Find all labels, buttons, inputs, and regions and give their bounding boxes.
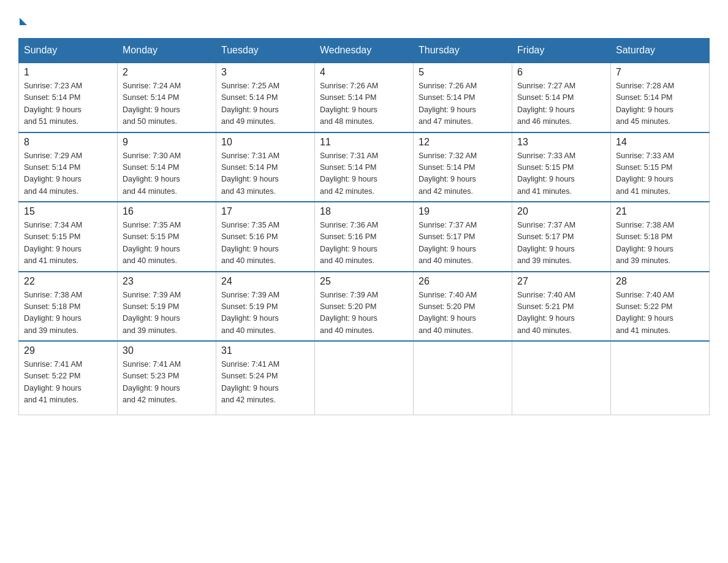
calendar-cell: 7 Sunrise: 7:28 AM Sunset: 5:14 PM Dayli…: [611, 63, 710, 132]
day-info: Sunrise: 7:36 AM Sunset: 5:16 PM Dayligh…: [320, 220, 408, 267]
day-number: 23: [123, 276, 211, 287]
weekday-header-wednesday: Wednesday: [315, 39, 414, 63]
calendar-cell: 1 Sunrise: 7:23 AM Sunset: 5:14 PM Dayli…: [19, 63, 118, 132]
day-info: Sunrise: 7:24 AM Sunset: 5:14 PM Dayligh…: [123, 80, 211, 128]
calendar-cell: 18 Sunrise: 7:36 AM Sunset: 5:16 PM Dayl…: [315, 202, 414, 272]
day-number: 22: [24, 276, 112, 287]
day-info: Sunrise: 7:41 AM Sunset: 5:24 PM Dayligh…: [221, 359, 309, 407]
day-number: 15: [24, 206, 112, 217]
calendar-cell: 22 Sunrise: 7:38 AM Sunset: 5:18 PM Dayl…: [19, 272, 118, 342]
calendar-cell: [512, 341, 611, 415]
calendar-week-row: 22 Sunrise: 7:38 AM Sunset: 5:18 PM Dayl…: [19, 272, 710, 342]
day-info: Sunrise: 7:35 AM Sunset: 5:16 PM Dayligh…: [221, 220, 309, 267]
calendar-cell: 8 Sunrise: 7:29 AM Sunset: 5:14 PM Dayli…: [19, 132, 118, 202]
day-number: 16: [123, 206, 211, 217]
calendar-cell: [315, 341, 414, 415]
calendar-cell: 13 Sunrise: 7:33 AM Sunset: 5:15 PM Dayl…: [512, 132, 611, 202]
calendar-cell: 4 Sunrise: 7:26 AM Sunset: 5:14 PM Dayli…: [315, 63, 414, 132]
calendar-cell: 2 Sunrise: 7:24 AM Sunset: 5:14 PM Dayli…: [118, 63, 216, 132]
day-info: Sunrise: 7:37 AM Sunset: 5:17 PM Dayligh…: [517, 220, 605, 267]
weekday-header-friday: Friday: [512, 39, 611, 63]
day-number: 3: [221, 67, 309, 78]
day-number: 21: [616, 206, 704, 217]
day-info: Sunrise: 7:30 AM Sunset: 5:14 PM Dayligh…: [123, 150, 211, 198]
day-info: Sunrise: 7:33 AM Sunset: 5:15 PM Dayligh…: [616, 150, 704, 198]
day-info: Sunrise: 7:40 AM Sunset: 5:21 PM Dayligh…: [517, 289, 605, 337]
calendar-cell: 23 Sunrise: 7:39 AM Sunset: 5:19 PM Dayl…: [118, 272, 216, 342]
calendar-week-row: 8 Sunrise: 7:29 AM Sunset: 5:14 PM Dayli…: [19, 132, 710, 202]
weekday-header-thursday: Thursday: [414, 39, 512, 63]
calendar-cell: 24 Sunrise: 7:39 AM Sunset: 5:19 PM Dayl…: [216, 272, 315, 342]
day-number: 14: [616, 137, 704, 148]
page-header: [18, 12, 710, 28]
day-number: 5: [419, 67, 507, 78]
day-info: Sunrise: 7:27 AM Sunset: 5:14 PM Dayligh…: [517, 80, 605, 128]
calendar-cell: 29 Sunrise: 7:41 AM Sunset: 5:22 PM Dayl…: [19, 341, 118, 415]
day-info: Sunrise: 7:38 AM Sunset: 5:18 PM Dayligh…: [24, 289, 112, 337]
calendar-week-row: 1 Sunrise: 7:23 AM Sunset: 5:14 PM Dayli…: [19, 63, 710, 132]
day-number: 13: [517, 137, 605, 148]
day-number: 24: [221, 276, 309, 287]
day-info: Sunrise: 7:40 AM Sunset: 5:22 PM Dayligh…: [616, 289, 704, 337]
day-number: 27: [517, 276, 605, 287]
day-info: Sunrise: 7:37 AM Sunset: 5:17 PM Dayligh…: [419, 220, 507, 267]
logo-arrow-icon: [20, 18, 27, 25]
day-number: 10: [221, 137, 309, 148]
day-number: 25: [320, 276, 408, 287]
calendar-week-row: 29 Sunrise: 7:41 AM Sunset: 5:22 PM Dayl…: [19, 341, 710, 415]
day-number: 7: [616, 67, 704, 78]
calendar-table: SundayMondayTuesdayWednesdayThursdayFrid…: [18, 38, 710, 415]
calendar-cell: 21 Sunrise: 7:38 AM Sunset: 5:18 PM Dayl…: [611, 202, 710, 272]
calendar-cell: 28 Sunrise: 7:40 AM Sunset: 5:22 PM Dayl…: [611, 272, 710, 342]
calendar-cell: 11 Sunrise: 7:31 AM Sunset: 5:14 PM Dayl…: [315, 132, 414, 202]
day-info: Sunrise: 7:39 AM Sunset: 5:20 PM Dayligh…: [320, 289, 408, 337]
calendar-week-row: 15 Sunrise: 7:34 AM Sunset: 5:15 PM Dayl…: [19, 202, 710, 272]
weekday-header-sunday: Sunday: [19, 39, 118, 63]
day-info: Sunrise: 7:41 AM Sunset: 5:22 PM Dayligh…: [24, 359, 112, 407]
day-number: 9: [123, 137, 211, 148]
day-info: Sunrise: 7:40 AM Sunset: 5:20 PM Dayligh…: [419, 289, 507, 337]
day-number: 4: [320, 67, 408, 78]
day-info: Sunrise: 7:39 AM Sunset: 5:19 PM Dayligh…: [123, 289, 211, 337]
day-number: 12: [419, 137, 507, 148]
weekday-header-saturday: Saturday: [611, 39, 710, 63]
calendar-cell: 20 Sunrise: 7:37 AM Sunset: 5:17 PM Dayl…: [512, 202, 611, 272]
calendar-cell: 3 Sunrise: 7:25 AM Sunset: 5:14 PM Dayli…: [216, 63, 315, 132]
weekday-header-row: SundayMondayTuesdayWednesdayThursdayFrid…: [19, 39, 710, 63]
day-info: Sunrise: 7:39 AM Sunset: 5:19 PM Dayligh…: [221, 289, 309, 337]
day-number: 28: [616, 276, 704, 287]
day-number: 30: [123, 345, 211, 356]
day-number: 11: [320, 137, 408, 148]
calendar-cell: 27 Sunrise: 7:40 AM Sunset: 5:21 PM Dayl…: [512, 272, 611, 342]
calendar-cell: 12 Sunrise: 7:32 AM Sunset: 5:14 PM Dayl…: [414, 132, 512, 202]
day-info: Sunrise: 7:41 AM Sunset: 5:23 PM Dayligh…: [123, 359, 211, 407]
calendar-cell: 31 Sunrise: 7:41 AM Sunset: 5:24 PM Dayl…: [216, 341, 315, 415]
calendar-cell: 30 Sunrise: 7:41 AM Sunset: 5:23 PM Dayl…: [118, 341, 216, 415]
calendar-cell: 15 Sunrise: 7:34 AM Sunset: 5:15 PM Dayl…: [19, 202, 118, 272]
day-info: Sunrise: 7:31 AM Sunset: 5:14 PM Dayligh…: [320, 150, 408, 198]
calendar-cell: 9 Sunrise: 7:30 AM Sunset: 5:14 PM Dayli…: [118, 132, 216, 202]
day-number: 29: [24, 345, 112, 356]
calendar-cell: 26 Sunrise: 7:40 AM Sunset: 5:20 PM Dayl…: [414, 272, 512, 342]
day-number: 6: [517, 67, 605, 78]
calendar-cell: 19 Sunrise: 7:37 AM Sunset: 5:17 PM Dayl…: [414, 202, 512, 272]
day-info: Sunrise: 7:38 AM Sunset: 5:18 PM Dayligh…: [616, 220, 704, 267]
day-info: Sunrise: 7:23 AM Sunset: 5:14 PM Dayligh…: [24, 80, 112, 128]
day-info: Sunrise: 7:29 AM Sunset: 5:14 PM Dayligh…: [24, 150, 112, 198]
day-number: 20: [517, 206, 605, 217]
day-number: 31: [221, 345, 309, 356]
calendar-cell: [414, 341, 512, 415]
day-info: Sunrise: 7:35 AM Sunset: 5:15 PM Dayligh…: [123, 220, 211, 267]
day-info: Sunrise: 7:26 AM Sunset: 5:14 PM Dayligh…: [419, 80, 507, 128]
day-info: Sunrise: 7:33 AM Sunset: 5:15 PM Dayligh…: [517, 150, 605, 198]
day-number: 8: [24, 137, 112, 148]
logo: [18, 17, 27, 28]
calendar-cell: 10 Sunrise: 7:31 AM Sunset: 5:14 PM Dayl…: [216, 132, 315, 202]
day-info: Sunrise: 7:31 AM Sunset: 5:14 PM Dayligh…: [221, 150, 309, 198]
day-number: 26: [419, 276, 507, 287]
calendar-cell: 14 Sunrise: 7:33 AM Sunset: 5:15 PM Dayl…: [611, 132, 710, 202]
weekday-header-tuesday: Tuesday: [216, 39, 315, 63]
day-info: Sunrise: 7:26 AM Sunset: 5:14 PM Dayligh…: [320, 80, 408, 128]
calendar-cell: 5 Sunrise: 7:26 AM Sunset: 5:14 PM Dayli…: [414, 63, 512, 132]
calendar-cell: [611, 341, 710, 415]
